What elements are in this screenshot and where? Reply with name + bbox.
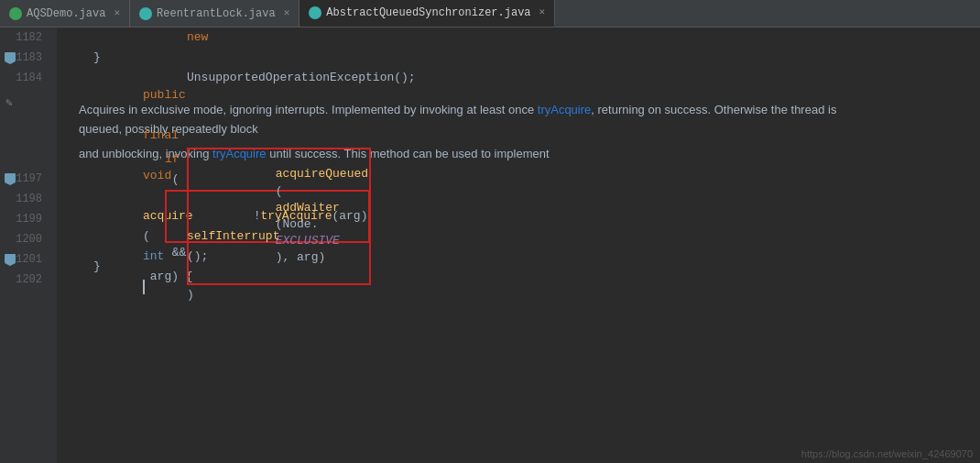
tab-aqs[interactable]: AbstractQueuedSynchronizer.java ✕ (299, 0, 555, 27)
svg-rect-2 (5, 173, 16, 182)
gutter-line-1184: 1184 (0, 68, 49, 88)
tab-icon-aqs (309, 6, 321, 19)
tab-icon-reentrant (139, 7, 152, 20)
tab-aqsdemo[interactable]: AQSDemo.java ✕ (0, 0, 130, 27)
editor: 1182 1183 1184 ✎ 1197 (0, 28, 980, 463)
gutter-line-1199: 1199 (0, 209, 49, 229)
tab-label-aqsdemo: AQSDemo.java (27, 7, 105, 20)
tab-close-aqsdemo[interactable]: ✕ (114, 8, 120, 18)
tab-icon-aqsdemo (9, 7, 22, 20)
code-area[interactable]: throw new UnsupportedOperationException(… (57, 28, 980, 463)
svg-marker-5 (5, 263, 16, 266)
gutter-line-1183: 1183 (0, 48, 49, 68)
gutter-line-1197: 1197 (0, 169, 49, 189)
code-line-1182: throw new UnsupportedOperationException(… (64, 28, 980, 48)
gutter-line-1200: 1200 (0, 229, 49, 249)
javadoc-link-tryacquire1[interactable]: tryAcquire (538, 103, 592, 116)
gutter-line-1201: 1201 (0, 249, 49, 270)
svg-rect-0 (5, 52, 16, 61)
code-content: throw new UnsupportedOperationException(… (57, 28, 980, 297)
watermark: https://blog.csdn.net/weixin_42469070 (801, 448, 973, 459)
gutter-line-1198: 1198 (0, 189, 49, 209)
gutter-line-1182: 1182 (0, 28, 49, 48)
svg-rect-4 (5, 254, 16, 263)
tab-bar: AQSDemo.java ✕ ReentrantLock.java ✕ Abst… (0, 0, 980, 28)
tab-label-aqs: AbstractQueuedSynchronizer.java (326, 6, 530, 19)
tab-close-aqs[interactable]: ✕ (539, 7, 546, 17)
tab-close-reentrant[interactable]: ✕ (284, 8, 290, 18)
text-cursor (143, 280, 145, 294)
svg-marker-3 (5, 182, 16, 185)
pencil-icon: ✎ (5, 94, 13, 114)
gutter-javadoc: ✎ (0, 88, 49, 169)
tab-reentrant[interactable]: ReentrantLock.java ✕ (130, 0, 299, 27)
keyword-new: new (187, 30, 208, 44)
gutter-line-1202: 1202 (0, 270, 49, 290)
tab-label-reentrant: ReentrantLock.java (157, 7, 276, 20)
gutter: 1182 1183 1184 ✎ 1197 (0, 28, 57, 463)
svg-marker-1 (5, 61, 16, 64)
bookmark-icon-1183 (4, 51, 16, 64)
code-line-1200: selfInterrupt (); (64, 237, 980, 257)
